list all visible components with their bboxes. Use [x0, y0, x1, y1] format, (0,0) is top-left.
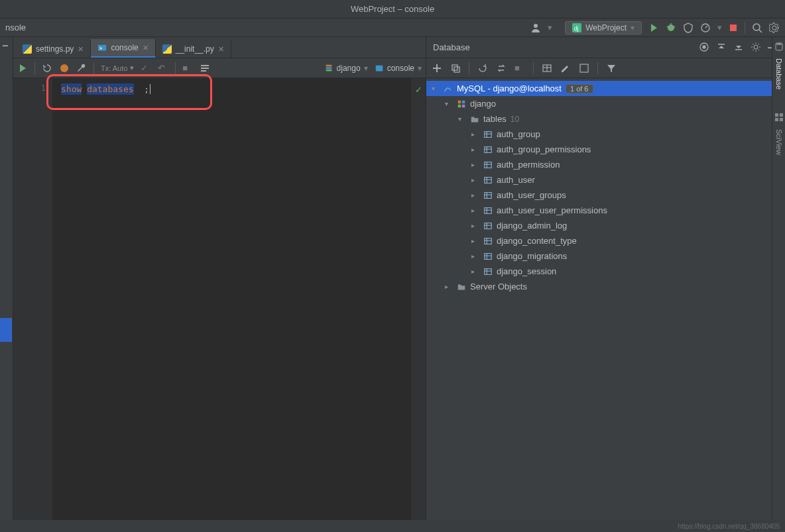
chevron-down-icon[interactable] — [432, 85, 440, 92]
schema-label: django — [470, 99, 496, 109]
table-name: auth_group — [497, 129, 540, 139]
database-panel-tab[interactable]: Database — [775, 58, 783, 89]
table-row[interactable]: auth_user — [426, 172, 785, 187]
run-config-dropdown[interactable]: dj WebProject ▾ — [565, 21, 642, 34]
table-row[interactable]: auth_group — [426, 127, 785, 142]
expand-down-icon[interactable] — [733, 42, 744, 52]
rollback-arrow-icon[interactable]: ↶ — [158, 63, 168, 74]
chevron-down-icon[interactable]: ▾ — [717, 23, 722, 32]
svg-rect-18 — [326, 69, 332, 71]
code-line[interactable]: show databases ; — [61, 83, 403, 95]
table-name: django_admin_log — [497, 221, 567, 231]
svg-rect-11 — [98, 45, 106, 51]
schema-node[interactable]: django — [426, 96, 785, 111]
table-row[interactable]: auth_group_permissions — [426, 142, 785, 157]
history-icon[interactable] — [42, 63, 52, 74]
chevron-right-icon[interactable] — [471, 176, 479, 184]
svg-rect-56 — [485, 238, 492, 244]
copy-icon[interactable] — [450, 63, 461, 74]
svg-rect-47 — [485, 192, 492, 198]
edit-icon[interactable] — [560, 63, 571, 74]
debug-icon[interactable] — [666, 23, 676, 33]
svg-line-5 — [667, 27, 668, 27]
close-icon[interactable]: ✕ — [143, 44, 149, 52]
search-icon[interactable] — [752, 23, 762, 33]
ddl-icon[interactable] — [579, 63, 589, 74]
table-row[interactable]: django_session — [426, 264, 785, 279]
svg-rect-66 — [775, 113, 778, 117]
svg-rect-22 — [718, 44, 725, 45]
chevron-right-icon[interactable] — [471, 207, 479, 214]
tab-console[interactable]: console ✕ — [91, 39, 155, 58]
chevron-right-icon[interactable] — [471, 222, 479, 229]
status-bar: https://blog.csdn.net/qq_38680405 — [0, 520, 785, 532]
table-row[interactable]: django_content_type — [426, 233, 785, 248]
editor-body[interactable]: 1 show databases ; ✓ — [13, 78, 426, 520]
chevron-down-icon[interactable] — [445, 100, 453, 107]
table-row[interactable]: django_migrations — [426, 248, 785, 264]
expand-up-icon[interactable] — [716, 42, 727, 52]
explain-icon[interactable] — [200, 63, 210, 74]
svg-rect-59 — [485, 253, 492, 259]
coverage-icon[interactable] — [683, 23, 694, 33]
rollback-icon[interactable] — [59, 63, 70, 74]
execute-icon[interactable] — [17, 63, 28, 74]
commit-icon[interactable]: ✓ — [141, 63, 151, 74]
database-stripe-icon[interactable] — [774, 41, 784, 52]
svg-rect-50 — [485, 207, 492, 213]
tables-label: tables — [483, 114, 507, 124]
db-root[interactable]: MySQL - django@localhost 1 of 6 — [426, 81, 785, 96]
chevron-right-icon[interactable] — [471, 131, 479, 138]
tab-init[interactable]: __init__.py ✕ — [156, 40, 231, 58]
chevron-right-icon[interactable] — [471, 252, 479, 260]
gear-icon[interactable] — [769, 23, 780, 33]
db-tree[interactable]: MySQL - django@localhost 1 of 6 django t… — [426, 78, 785, 520]
chevron-right-icon[interactable] — [445, 283, 453, 290]
chevron-right-icon[interactable] — [471, 268, 479, 275]
user-icon[interactable] — [530, 23, 541, 33]
main-toolbar: nsole ▾ dj WebProject ▾ ▾ — [0, 19, 785, 37]
table-name: auth_user_groups — [497, 190, 566, 200]
wrench-icon[interactable] — [76, 63, 87, 74]
table-icon[interactable] — [542, 63, 552, 74]
profiler-icon[interactable] — [700, 23, 711, 33]
schema-dropdown[interactable]: django ▾ — [324, 64, 368, 73]
gear-icon[interactable] — [751, 42, 761, 52]
chevron-right-icon[interactable] — [471, 191, 479, 199]
sync-icon[interactable] — [496, 63, 507, 74]
chevron-down-icon[interactable] — [458, 115, 466, 123]
add-icon[interactable] — [432, 63, 442, 74]
svg-rect-25 — [452, 65, 457, 70]
code-area[interactable]: show databases ; — [53, 78, 411, 520]
target-icon[interactable] — [699, 42, 709, 52]
table-name: auth_group_permissions — [497, 144, 591, 154]
sciview-icon[interactable] — [774, 112, 784, 123]
chevron-right-icon[interactable] — [471, 146, 479, 153]
chevron-right-icon[interactable] — [471, 237, 479, 244]
close-icon[interactable]: ✕ — [218, 45, 224, 54]
sciview-panel-tab[interactable]: SciView — [775, 129, 783, 155]
check-icon: ✓ — [415, 85, 422, 95]
filter-icon[interactable] — [606, 63, 617, 74]
svg-rect-19 — [375, 65, 383, 71]
svg-rect-53 — [485, 223, 492, 229]
table-row[interactable]: auth_user_groups — [426, 187, 785, 203]
svg-line-6 — [674, 27, 675, 27]
stop-icon[interactable] — [729, 23, 738, 32]
run-config-label: WebProject — [585, 23, 627, 32]
refresh-icon[interactable] — [477, 63, 488, 74]
table-row[interactable]: django_admin_log — [426, 218, 785, 233]
table-row[interactable]: auth_user_user_permissions — [426, 203, 785, 218]
tab-settings[interactable]: settings.py ✕ — [16, 40, 91, 58]
tab-label: console — [111, 43, 138, 52]
tx-mode-dropdown[interactable]: Tx: Auto▾ — [101, 64, 134, 72]
collapse-icon[interactable]: – — [0, 40, 11, 52]
console-dropdown[interactable]: console ▾ — [375, 64, 422, 73]
run-icon[interactable] — [648, 23, 659, 33]
close-icon[interactable]: ✕ — [78, 45, 84, 54]
chevron-down-icon[interactable]: ▾ — [548, 23, 558, 33]
tables-folder[interactable]: tables 10 — [426, 111, 785, 127]
chevron-right-icon[interactable] — [471, 161, 479, 168]
server-objects-node[interactable]: Server Objects — [426, 279, 785, 294]
table-row[interactable]: auth_permission — [426, 157, 785, 172]
